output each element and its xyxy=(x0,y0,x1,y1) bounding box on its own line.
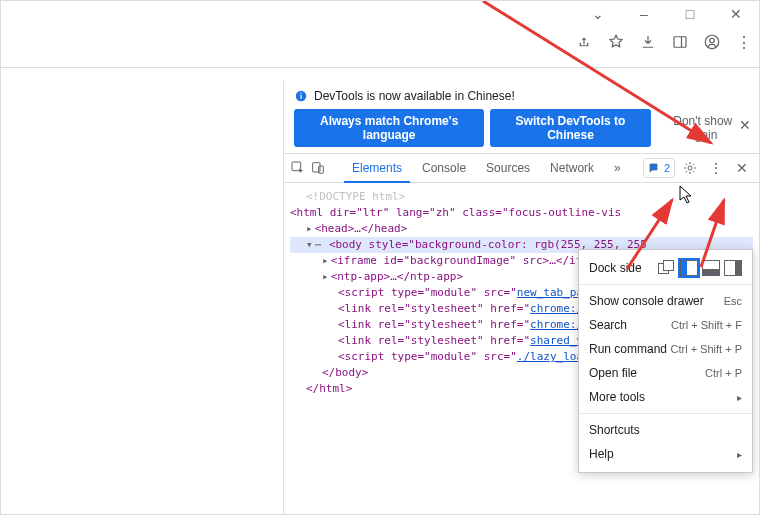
download-icon[interactable] xyxy=(639,33,657,51)
issues-badge[interactable]: 2 xyxy=(643,158,675,178)
svg-point-1 xyxy=(705,35,719,49)
minimize-button[interactable]: – xyxy=(621,1,667,27)
close-devtools-icon[interactable]: ✕ xyxy=(731,157,753,179)
menu-open-file[interactable]: Open fileCtrl + P xyxy=(579,361,752,385)
svg-point-9 xyxy=(688,166,692,170)
chevron-down-icon[interactable]: ⌄ xyxy=(575,1,621,27)
dom-head[interactable]: <head>…</head> xyxy=(290,221,753,237)
menu-shortcuts[interactable]: Shortcuts xyxy=(579,418,752,442)
devtools-main-menu: Dock side Show console drawerEsc SearchC… xyxy=(578,249,753,473)
dismiss-banner-button[interactable]: Don't show again xyxy=(657,109,749,147)
close-banner-icon[interactable]: ✕ xyxy=(739,117,751,133)
dock-right-icon[interactable] xyxy=(724,260,742,276)
info-icon xyxy=(294,89,308,103)
share-icon[interactable] xyxy=(575,33,593,51)
issues-count: 2 xyxy=(664,162,670,174)
svg-point-2 xyxy=(710,38,715,43)
dock-bottom-icon[interactable] xyxy=(702,260,720,276)
tab-elements[interactable]: Elements xyxy=(344,154,410,183)
tab-console[interactable]: Console xyxy=(414,155,474,182)
tab-sources[interactable]: Sources xyxy=(478,155,538,182)
dock-left-icon[interactable] xyxy=(680,260,698,276)
svg-rect-5 xyxy=(300,93,301,94)
device-toggle-icon[interactable] xyxy=(310,160,326,176)
browser-window: ⌄ – □ ✕ ⋮ xyxy=(0,0,760,515)
language-banner: DevTools is now available in Chinese! Al… xyxy=(284,81,759,153)
side-panel-icon[interactable] xyxy=(671,33,689,51)
menu-search[interactable]: SearchCtrl + Shift + F xyxy=(579,313,752,337)
dom-html[interactable]: <html dir="ltr" lang="zh" class="focus-o… xyxy=(290,205,753,221)
maximize-button[interactable]: □ xyxy=(667,1,713,27)
dock-undock-icon[interactable] xyxy=(658,260,676,276)
profile-icon[interactable] xyxy=(703,33,721,51)
menu-help[interactable]: Help xyxy=(579,442,752,466)
tab-network[interactable]: Network xyxy=(542,155,602,182)
menu-more-tools[interactable]: More tools xyxy=(579,385,752,409)
menu-dock-side: Dock side xyxy=(579,256,752,280)
kebab-devtools-icon[interactable]: ⋮ xyxy=(705,157,727,179)
switch-language-button[interactable]: Switch DevTools to Chinese xyxy=(490,109,650,147)
devtools-tabbar: Elements Console Sources Network » 2 ⋮ ✕ xyxy=(284,153,759,183)
bookmark-star-icon[interactable] xyxy=(607,33,625,51)
devtools-panel: DevTools is now available in Chinese! Al… xyxy=(283,81,759,514)
svg-rect-4 xyxy=(300,95,301,99)
menu-show-drawer[interactable]: Show console drawerEsc xyxy=(579,289,752,313)
match-language-button[interactable]: Always match Chrome's language xyxy=(294,109,484,147)
chrome-toolbar: ⋮ xyxy=(1,27,759,68)
kebab-menu-icon[interactable]: ⋮ xyxy=(735,33,753,51)
close-window-button[interactable]: ✕ xyxy=(713,1,759,27)
inspect-element-icon[interactable] xyxy=(290,160,306,176)
gear-icon[interactable] xyxy=(679,157,701,179)
tab-more[interactable]: » xyxy=(606,155,629,182)
svg-rect-0 xyxy=(674,37,686,48)
banner-text: DevTools is now available in Chinese! xyxy=(314,89,515,103)
window-controls: ⌄ – □ ✕ xyxy=(575,1,759,27)
mouse-cursor-icon xyxy=(679,185,695,205)
menu-run-command[interactable]: Run commandCtrl + Shift + P xyxy=(579,337,752,361)
